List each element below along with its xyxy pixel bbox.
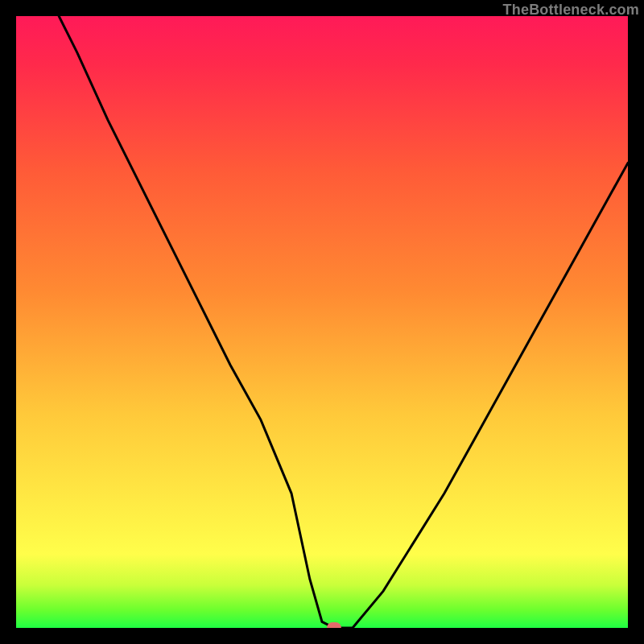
- plot-area: [16, 16, 628, 628]
- bottleneck-curve: [16, 16, 628, 628]
- chart-container: TheBottleneck.com: [0, 0, 644, 644]
- optimal-marker: [327, 622, 341, 628]
